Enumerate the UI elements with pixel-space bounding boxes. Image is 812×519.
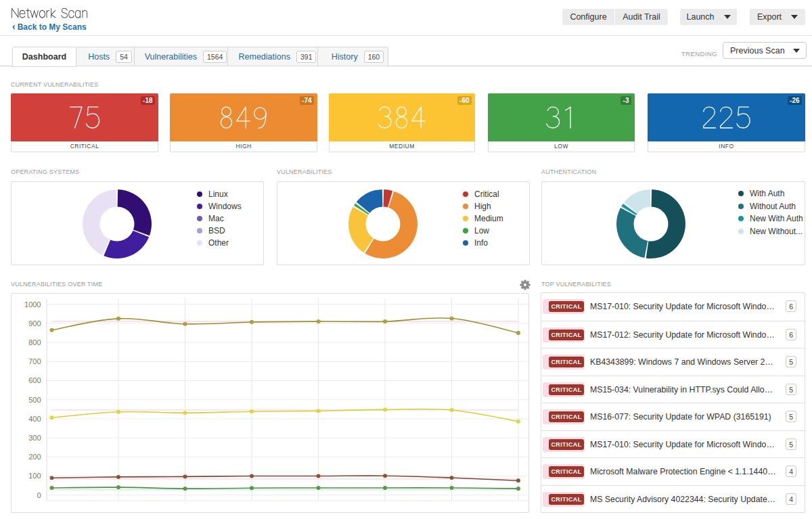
svg-text:500: 500 (28, 396, 41, 404)
svg-text:300: 300 (28, 434, 41, 442)
svg-text:900: 900 (28, 319, 41, 328)
svg-text:0: 0 (37, 491, 41, 499)
svg-text:400: 400 (28, 415, 41, 423)
svg-text:800: 800 (28, 338, 41, 346)
svg-text:700: 700 (28, 357, 41, 365)
svg-text:1000: 1000 (24, 300, 41, 309)
svg-text:200: 200 (28, 453, 41, 461)
svg-text:600: 600 (28, 376, 41, 384)
svg-text:100: 100 (28, 472, 41, 480)
